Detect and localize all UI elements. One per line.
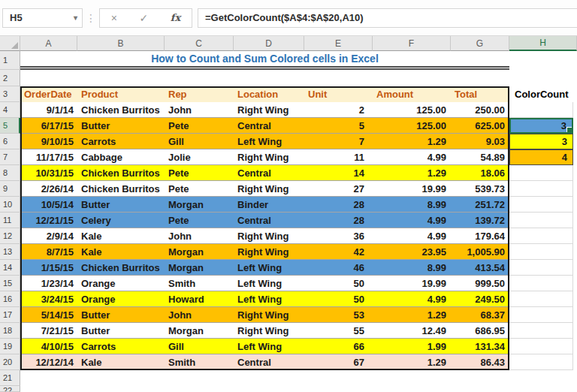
cell-colorcount[interactable] — [509, 323, 573, 339]
cell-rep[interactable]: John — [165, 102, 234, 118]
row-header[interactable]: 18 — [0, 323, 20, 339]
cell-location[interactable]: Right Wing — [234, 307, 304, 323]
header-unit[interactable]: Unit — [304, 86, 373, 102]
cell-product[interactable]: Carrots — [77, 134, 165, 149]
cell-colorcount[interactable] — [509, 181, 573, 197]
cell-orderdate[interactable]: 9/1/14 — [20, 102, 77, 118]
cell-total[interactable]: 249.50 — [451, 291, 509, 307]
row-header[interactable]: 20 — [0, 354, 20, 370]
cancel-icon[interactable]: × — [111, 12, 117, 24]
cell-amount[interactable]: 1.29 — [373, 307, 451, 323]
cell-amount[interactable]: 4.99 — [373, 149, 451, 165]
cell-orderdate[interactable]: 11/17/15 — [20, 149, 77, 165]
column-header-g[interactable]: G — [451, 36, 509, 51]
cell-location[interactable]: Left Wing — [234, 134, 304, 149]
enter-icon[interactable]: ✓ — [140, 12, 149, 24]
row-header[interactable]: 5 — [0, 118, 20, 134]
cell-rep[interactable]: John — [165, 228, 234, 244]
row-header[interactable]: 14 — [0, 260, 20, 276]
cell-colorcount[interactable] — [509, 354, 573, 370]
cell-total[interactable]: 625.00 — [451, 118, 509, 134]
cell-amount[interactable]: 4.99 — [373, 291, 451, 307]
cell-rep[interactable]: Pete — [165, 213, 234, 228]
cell-amount[interactable]: 1.29 — [373, 134, 451, 149]
cell-orderdate[interactable]: 8/7/15 — [20, 244, 77, 260]
cell-total[interactable]: 9.03 — [451, 134, 509, 149]
cell-location[interactable]: Central — [234, 354, 304, 370]
cell-rep[interactable]: Gill — [165, 134, 234, 149]
cell-rep[interactable]: Gill — [165, 339, 234, 354]
cell-amount[interactable]: 1.99 — [373, 339, 451, 354]
cell-location[interactable]: Right Wing — [234, 244, 304, 260]
row-header[interactable]: 11 — [0, 213, 20, 228]
cell-colorcount[interactable] — [509, 276, 573, 291]
cell-unit[interactable]: 53 — [304, 307, 373, 323]
cell-product[interactable]: Celery — [77, 213, 165, 228]
cell-rep[interactable]: Jolie — [165, 149, 234, 165]
cell-total[interactable]: 54.89 — [451, 149, 509, 165]
header-amount[interactable]: Amount — [373, 86, 451, 102]
row-header[interactable]: 9 — [0, 181, 20, 197]
cell-colorcount[interactable] — [509, 291, 573, 307]
cell-product[interactable]: Chicken Burritos — [77, 260, 165, 276]
blank-cell[interactable] — [20, 70, 509, 86]
cell-product[interactable]: Kale — [77, 354, 165, 370]
cell-unit[interactable]: 28 — [304, 197, 373, 213]
cell-rep[interactable]: Pete — [165, 181, 234, 197]
cell-rep[interactable]: Smith — [165, 276, 234, 291]
cell-unit[interactable]: 67 — [304, 354, 373, 370]
cell-orderdate[interactable]: 1/15/15 — [20, 260, 77, 276]
cell-product[interactable]: Orange — [77, 276, 165, 291]
cell-total[interactable]: 413.54 — [451, 260, 509, 276]
cell-total[interactable]: 18.06 — [451, 165, 509, 181]
column-header-f[interactable]: F — [373, 36, 451, 51]
cell-colorcount[interactable] — [509, 307, 573, 323]
cell-product[interactable]: Cabbage — [77, 149, 165, 165]
header-rep[interactable]: Rep — [165, 86, 234, 102]
row-header-22[interactable]: 22 — [0, 386, 20, 392]
cell-location[interactable]: Left Wing — [234, 339, 304, 354]
cell-unit[interactable]: 66 — [304, 339, 373, 354]
cell-product[interactable]: Kale — [77, 244, 165, 260]
row-header[interactable]: 4 — [0, 102, 20, 118]
cell-total[interactable]: 686.95 — [451, 323, 509, 339]
cell-colorcount[interactable] — [509, 102, 573, 118]
column-header-h[interactable]: H — [509, 36, 577, 51]
cell-amount[interactable]: 19.99 — [373, 276, 451, 291]
cell-total[interactable]: 251.72 — [451, 197, 509, 213]
cell-location[interactable]: Left Wing — [234, 260, 304, 276]
cell-product[interactable]: Butter — [77, 118, 165, 134]
cell-rep[interactable]: Smith — [165, 354, 234, 370]
colorcount-label[interactable]: ColorCount — [509, 86, 573, 102]
chevron-down-icon[interactable]: ▾ — [74, 14, 77, 22]
cell-orderdate[interactable]: 2/26/14 — [20, 181, 77, 197]
row-header[interactable]: 6 — [0, 134, 20, 149]
cell-unit[interactable]: 55 — [304, 323, 373, 339]
cell-rep[interactable]: Pete — [165, 118, 234, 134]
cell-amount[interactable]: 12.49 — [373, 323, 451, 339]
cell-colorcount[interactable] — [509, 213, 573, 228]
header-total[interactable]: Total — [451, 86, 509, 102]
cell-colorcount[interactable] — [509, 228, 573, 244]
cell-amount[interactable]: 125.00 — [373, 118, 451, 134]
cell-rep[interactable]: Morgan — [165, 323, 234, 339]
cell-product[interactable]: Orange — [77, 291, 165, 307]
cell-location[interactable]: Central — [234, 118, 304, 134]
cell-orderdate[interactable]: 3/24/15 — [20, 291, 77, 307]
cell-orderdate[interactable]: 10/5/14 — [20, 197, 77, 213]
cell-unit[interactable]: 46 — [304, 260, 373, 276]
row-header[interactable]: 16 — [0, 291, 20, 307]
cell-product[interactable]: Butter — [77, 307, 165, 323]
cell-product[interactable]: Carrots — [77, 339, 165, 354]
cell-product[interactable]: Chicken Burritos — [77, 181, 165, 197]
cell-location[interactable]: Right Wing — [234, 149, 304, 165]
cell-orderdate[interactable]: 6/17/15 — [20, 118, 77, 134]
cell-product[interactable]: Butter — [77, 323, 165, 339]
cell-colorcount[interactable]: 3 — [509, 134, 573, 149]
cell-unit[interactable]: 36 — [304, 228, 373, 244]
row-header[interactable]: 19 — [0, 339, 20, 354]
cell-rep[interactable]: John — [165, 307, 234, 323]
cell-unit[interactable]: 28 — [304, 213, 373, 228]
cell-orderdate[interactable]: 2/9/14 — [20, 228, 77, 244]
header-location[interactable]: Location — [234, 86, 304, 102]
